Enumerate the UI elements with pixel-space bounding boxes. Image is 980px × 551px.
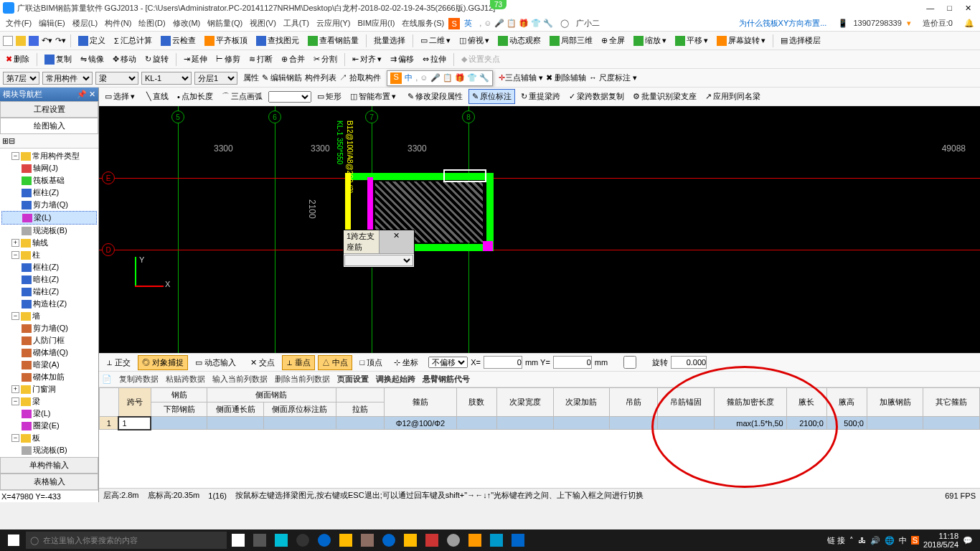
tree-w5[interactable]: 砌体加筋 xyxy=(1,371,97,383)
offset-button[interactable]: ⇉ 偏移 xyxy=(387,52,417,66)
start-button[interactable] xyxy=(3,532,24,549)
props-button[interactable]: 属性 xyxy=(243,72,259,83)
cell-hanger[interactable] xyxy=(610,417,658,430)
app9-icon[interactable] xyxy=(486,532,507,549)
rotate-input[interactable] xyxy=(671,356,707,369)
align-button[interactable]: ⇤ 对齐 ▾ xyxy=(349,52,385,66)
define-button[interactable]: 定义 xyxy=(75,34,108,47)
split-button[interactable]: ✂ 分割 xyxy=(311,52,340,66)
open-icon[interactable] xyxy=(16,36,26,46)
cell-tie[interactable] xyxy=(336,417,384,430)
tab-project[interactable]: 工程设置 xyxy=(0,101,98,118)
tray-sogou-icon[interactable]: S xyxy=(911,536,919,545)
point-len-tool[interactable]: • 点加长度 xyxy=(174,90,216,103)
tray-ime-icon[interactable]: 中 xyxy=(899,535,907,546)
rotate-button[interactable]: ↻ 旋转 xyxy=(142,52,171,66)
popup-close-icon[interactable]: ✕ xyxy=(379,230,415,253)
smart-tool[interactable]: ◫ 智能布置 ▾ xyxy=(347,90,399,103)
merge-button[interactable]: ⊕ 合并 xyxy=(278,52,308,66)
apply-same-tool[interactable]: ↗ 应用到同名梁 xyxy=(702,90,763,103)
view-rebar-button[interactable]: 查看钢筋量 xyxy=(305,34,362,47)
insitu-popup[interactable]: 1跨左支座筋✕ xyxy=(343,230,415,268)
tree-axis[interactable]: 轴网(J) xyxy=(1,162,97,174)
tree-w3[interactable]: 砌体墙(Q) xyxy=(1,347,97,359)
stretch-button[interactable]: ⇔ 拉伸 xyxy=(420,52,449,66)
tree-col4[interactable]: 构造柱(Z) xyxy=(1,298,97,310)
app6-icon[interactable] xyxy=(422,532,442,549)
cell-legs[interactable] xyxy=(456,417,496,430)
ie-icon[interactable] xyxy=(379,532,399,549)
app7-icon[interactable] xyxy=(443,532,463,549)
tree-w2[interactable]: 人防门框 xyxy=(1,334,97,347)
close-button[interactable]: ✕ xyxy=(965,4,971,13)
vertex-snap[interactable]: □ 顶点 xyxy=(355,355,387,370)
popup-select[interactable] xyxy=(344,255,413,266)
coord-snap[interactable]: ⊹ 坐标 xyxy=(390,355,423,370)
rect-tool[interactable]: ▭ 矩形 xyxy=(314,90,344,103)
grip-button[interactable]: ◆ 设置夹点 xyxy=(458,52,503,66)
app10-icon[interactable] xyxy=(508,532,528,549)
x-input[interactable] xyxy=(484,356,522,369)
tree-w1[interactable]: 剪力墙(Q) xyxy=(1,322,97,334)
input-col-button[interactable]: 输入当前列数据 xyxy=(212,374,268,385)
cloud-check-button[interactable]: 云检查 xyxy=(158,34,199,47)
menu-rebar[interactable]: 钢筋量(Q) xyxy=(204,17,245,30)
local3d-button[interactable]: 局部三维 xyxy=(547,34,595,47)
tree-col2[interactable]: 暗柱(Z) xyxy=(1,273,97,286)
bell-icon[interactable]: 🔔 xyxy=(961,17,977,29)
tree-slab[interactable]: 现浇板(B) xyxy=(1,225,97,237)
undo-icon[interactable]: ↶▾ xyxy=(42,36,52,45)
menu-floor[interactable]: 楼层(L) xyxy=(70,17,100,30)
insitu-tool[interactable]: ✎ 原位标注 xyxy=(468,89,515,104)
perp-snap[interactable]: ⊥ 垂点 xyxy=(282,355,315,370)
tree-b2[interactable]: 圈梁(E) xyxy=(1,420,97,432)
cell-anchor[interactable] xyxy=(658,417,715,430)
aux-axis-button[interactable]: ✛三点辅轴 ▾ xyxy=(499,72,543,83)
intersect-snap[interactable]: ✕ 交点 xyxy=(246,355,279,370)
swap-span-button[interactable]: 调换起始跨 xyxy=(376,374,415,385)
menu-view[interactable]: 视图(V) xyxy=(247,17,279,30)
rotate-check[interactable] xyxy=(611,356,649,369)
cell-si[interactable] xyxy=(263,417,336,430)
tray-date[interactable]: 2018/5/24 xyxy=(923,540,958,549)
cell-sf[interactable] xyxy=(207,417,264,430)
cell-hr[interactable] xyxy=(867,417,923,430)
tree-door-group[interactable]: +门窗洞 xyxy=(1,383,97,395)
modify-beam-tool[interactable]: ✎ 修改梁段属性 xyxy=(405,90,466,103)
explorer-icon[interactable] xyxy=(400,532,420,549)
offset-mode-select[interactable]: 不偏移 xyxy=(428,357,468,368)
tree-raft[interactable]: 筏板基础 xyxy=(1,174,97,187)
search-box[interactable]: ◯ 在这里输入你要搜索的内容 xyxy=(26,532,227,549)
orbit-button[interactable]: 动态观察 xyxy=(495,34,544,47)
app1-icon[interactable] xyxy=(250,532,270,549)
taskview-icon[interactable] xyxy=(228,532,248,549)
line-tool[interactable]: ╲ 直线 xyxy=(143,90,171,103)
select-floor-button[interactable]: ▤ 选择楼层 xyxy=(778,34,824,47)
tree-framecol[interactable]: 框柱(Z) xyxy=(1,187,97,199)
save-icon[interactable] xyxy=(29,36,39,46)
tray-notif-icon[interactable]: 💬 xyxy=(963,536,973,545)
new-icon[interactable] xyxy=(3,36,13,46)
menu-bim[interactable]: BIM应用(I) xyxy=(355,17,398,30)
osnap-toggle[interactable]: ◎ 对象捕捉 xyxy=(138,355,188,370)
tree-beam-group[interactable]: −梁 xyxy=(1,395,97,408)
tree-col1[interactable]: 框柱(Z) xyxy=(1,261,97,273)
zoom-button[interactable]: 缩放 ▾ xyxy=(631,34,669,47)
cell-yh[interactable]: 500;0 xyxy=(826,417,867,430)
cell-span[interactable]: 1 xyxy=(118,417,151,430)
tray-time[interactable]: 11:18 xyxy=(938,532,958,540)
menu-file[interactable]: 文件(F) xyxy=(3,17,34,30)
cell-secw[interactable] xyxy=(497,417,554,430)
page-setup-button[interactable]: 页面设置 xyxy=(337,374,369,385)
floor-select[interactable]: 第7层 xyxy=(3,72,39,85)
menu-online[interactable]: 在线服务(S) xyxy=(399,17,447,30)
span-select[interactable]: 分层1 xyxy=(194,72,237,85)
tree-common[interactable]: −常用构件类型 xyxy=(1,150,97,162)
y-input[interactable] xyxy=(553,356,592,369)
edit-rebar-button[interactable]: ✎ 编辑钢筋 xyxy=(262,72,302,83)
span-copy-tool[interactable]: ✓ 梁跨数据复制 xyxy=(566,90,627,103)
sum-button[interactable]: Σ 汇总计算 xyxy=(111,34,155,47)
ortho-toggle[interactable]: ⊥ 正交 xyxy=(102,355,135,370)
top-view-button[interactable]: ◫ 俯视 ▾ xyxy=(456,34,492,47)
tab-table[interactable]: 表格输入 xyxy=(0,474,98,490)
